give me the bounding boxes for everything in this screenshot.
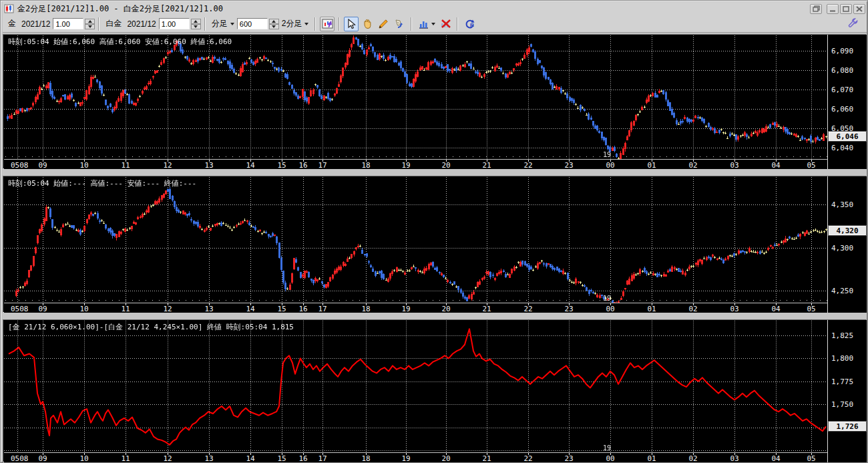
spin-down-icon[interactable] [191, 24, 201, 29]
interval-type-dropdown[interactable]: 分足 [212, 18, 234, 29]
platinum-multiplier-spinner[interactable] [191, 19, 201, 29]
spin-up-icon[interactable] [269, 19, 279, 24]
draw-line-tool-button[interactable] [376, 17, 391, 31]
pencil-icon [378, 19, 389, 29]
gold-multiplier-input[interactable]: 1.00 [53, 18, 83, 29]
x-axis-hour-label: 10 [79, 454, 88, 463]
toolbar-separator [204, 17, 206, 31]
x-axis-tick [652, 453, 652, 455]
x-axis-tick [569, 303, 570, 305]
y-axis-label: 1,750 [831, 400, 853, 409]
y-axis-label: 4,350 [831, 200, 853, 209]
spin-down-icon[interactable] [269, 24, 279, 29]
x-axis-hour-label: 09 [38, 454, 47, 463]
y-axis-label: 4,250 [831, 287, 853, 295]
gold-symbol-label: 金 [8, 18, 16, 29]
x-axis-tick [43, 303, 43, 305]
platinum-2min-panel: 時刻:05:04 始値:--- 高値:--- 安値:--- 終値:---4,35… [3, 176, 867, 313]
x-axis-hour-label: 02 [688, 305, 697, 313]
toolbar: 金 2021/12 1.00 白金 2021/12 1.00 分足 600 2分… [3, 15, 867, 33]
x-axis-tick [303, 160, 304, 162]
delete-drawings-button[interactable] [438, 17, 453, 31]
y-axis-label: 6,080 [831, 66, 853, 75]
x-axis-tick [610, 453, 611, 455]
x-axis-tick [487, 303, 487, 305]
x-axis-hour-label: 19 [401, 305, 410, 313]
x-axis-hour-label: 16 [298, 161, 307, 170]
close-button[interactable] [853, 4, 865, 14]
settings-button[interactable] [848, 17, 859, 31]
x-axis-hour-label: 18 [361, 305, 370, 313]
spin-up-icon[interactable] [85, 19, 95, 24]
chart-mode-button[interactable] [320, 17, 335, 31]
chart-type-chevron-icon[interactable] [431, 23, 435, 25]
title-bar[interactable]: 金2分足[2021/12]1.00 - 白金2分足[2021/12]1.00 [3, 2, 867, 15]
pointer-icon [347, 19, 356, 29]
interval-count-input[interactable]: 600 [237, 18, 268, 29]
gold-multiplier-spinner[interactable] [85, 19, 95, 29]
x-axis-tick [43, 453, 43, 455]
x-axis-hour-label: 16 [298, 454, 307, 463]
x-axis-hour-label: 01 [647, 161, 656, 170]
interval-count-spinner[interactable] [269, 19, 279, 29]
freehand-pen-tool-button[interactable] [392, 17, 407, 31]
platinum-2min-plot[interactable] [4, 177, 827, 303]
x-axis-tick [693, 453, 694, 455]
x-axis-hour-label: 02 [688, 454, 697, 463]
gold-platinum-spread-plot[interactable] [4, 321, 827, 452]
x-axis-hour-label: 04 [771, 454, 780, 463]
x-axis-hour-label: 15 [277, 161, 286, 170]
x-axis-tick [693, 303, 694, 305]
x-axis-hour-label: 00 [606, 454, 614, 463]
chevron-down-icon [230, 23, 234, 25]
x-axis-tick [126, 453, 126, 455]
window-title: 金2分足[2021/12]1.00 - 白金2分足[2021/12]1.00 [17, 3, 223, 15]
x-axis-tick [610, 303, 611, 305]
gold-2min-panel: 時刻:05:04 始値:6,060 高値:6,060 安値:6,060 終値:6… [3, 34, 867, 169]
toolbar-separator [411, 17, 412, 31]
platinum-multiplier-input[interactable]: 1.00 [159, 18, 190, 29]
x-axis-hour-label: 17 [318, 161, 327, 170]
minimize-button[interactable] [827, 4, 839, 14]
y-axis-label: 1,825 [831, 331, 853, 340]
toolbar-separator [314, 17, 316, 31]
x-axis-tick [487, 160, 487, 162]
x-axis-tick [168, 303, 168, 305]
pointer-tool-button[interactable] [344, 17, 359, 31]
x-axis-hour-label: 21 [482, 454, 491, 463]
toolbar-separator [98, 17, 99, 31]
x-axis-tick [168, 453, 168, 455]
app-window: 金2分足[2021/12]1.00 - 白金2分足[2021/12]1.00 金… [0, 0, 868, 463]
x-axis-hour-label: 11 [121, 305, 130, 313]
x-axis-tick [776, 303, 777, 305]
x-axis-hour-label: 10 [79, 161, 88, 170]
pan-tool-button[interactable] [360, 17, 375, 31]
x-axis-tick [366, 303, 367, 305]
x-axis-tick [282, 453, 282, 455]
x-axis-tick [406, 453, 407, 455]
spin-down-icon[interactable] [85, 24, 95, 29]
x-axis-hour-label: 19 [401, 161, 410, 170]
y-axis-label: 1,775 [831, 377, 853, 386]
x-axis-hour-label: 17 [318, 305, 327, 313]
pen-arrow-icon [394, 19, 405, 29]
x-axis-tick [250, 303, 251, 305]
reload-button[interactable]: R [462, 17, 477, 31]
y-axis-label: 6,040 [831, 144, 853, 152]
gold-platinum-spread-y-axis: 1,8251,8001,7751,7501,726 [827, 320, 867, 462]
interval-dropdown[interactable]: 2分足 [282, 18, 309, 29]
wrench-icon [848, 17, 859, 28]
x-axis-hour-label: 12 [163, 454, 172, 463]
gold-2min-plot[interactable] [4, 35, 827, 159]
x-axis-hour-label: 22 [523, 305, 532, 313]
x-axis-hour-label: 03 [730, 305, 738, 313]
chart-type-button[interactable] [416, 17, 431, 31]
interval-type-label: 分足 [212, 18, 228, 29]
x-axis-hour-label: 17 [318, 454, 327, 463]
maximize-button[interactable] [840, 4, 852, 14]
x-axis-hour-label: 22 [523, 454, 532, 463]
hand-icon [362, 19, 373, 29]
x-axis-hour-label: 03 [730, 161, 738, 170]
spin-up-icon[interactable] [191, 19, 201, 24]
restore-windows-button[interactable] [810, 4, 822, 14]
